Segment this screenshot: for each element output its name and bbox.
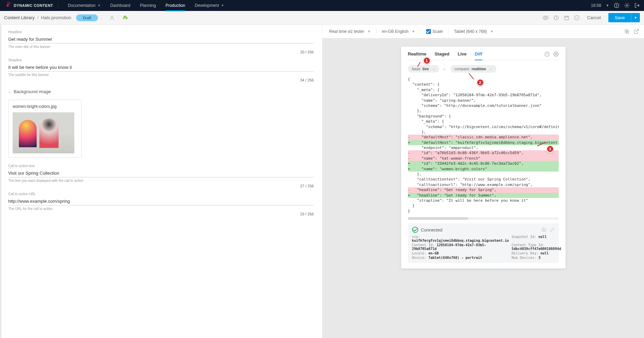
headline-help: The main title of this banner	[8, 45, 314, 49]
strapline-count: 34 / 256	[8, 78, 314, 82]
topbar: DYNAMIC CONTENT Documentation▼ Dashboard…	[0, 0, 644, 11]
image-thumbnail	[13, 112, 74, 153]
checkbox-icon	[426, 29, 431, 34]
chevron-down-icon: ▼	[490, 30, 493, 33]
image-filename: women-bright-colors.jpg	[13, 104, 77, 109]
help-icon[interactable]	[544, 51, 550, 58]
nav-production[interactable]: Production	[161, 0, 190, 11]
strapline-label: Strapline	[8, 58, 314, 62]
chevron-down-icon: ▼	[98, 4, 101, 7]
diff-output: { "content": { "_meta": { "deliveryId": …	[408, 77, 559, 214]
base-selector[interactable]: base: live ⌄	[408, 65, 439, 73]
horizontal-scrollbar[interactable]	[408, 217, 559, 220]
viz-selector[interactable]: Real time viz tester▼	[327, 29, 373, 34]
device-selector[interactable]: Tablet (640 x 768)▼	[452, 29, 495, 34]
cta-url-help: The URL for the call to action	[8, 207, 314, 211]
status-badge[interactable]: Draft	[76, 14, 98, 21]
chevron-down-icon: ⌄	[8, 90, 11, 93]
chevron-down-icon: ▼	[412, 30, 415, 33]
connected-label: Connected	[421, 227, 443, 233]
image-card[interactable]: women-bright-colors.jpg	[8, 100, 82, 158]
divider	[58, 2, 58, 9]
cta-text-count: 27 / 256	[8, 184, 314, 188]
compare-selector[interactable]: compare: realtime ⌄	[450, 65, 496, 73]
background-image-label: Background image	[14, 89, 51, 94]
copy-icon[interactable]	[624, 29, 630, 34]
cta-url-input[interactable]	[8, 197, 314, 205]
nav-dashboard[interactable]: Dashboard	[106, 0, 135, 11]
strapline-help: The subtitle for this banner	[8, 73, 314, 77]
svg-point-3	[626, 5, 628, 6]
locale-selector[interactable]: en-GB English▼	[380, 29, 417, 34]
callout-1: 1	[423, 57, 431, 64]
strapline-input[interactable]	[8, 63, 314, 72]
background-image-header[interactable]: ⌄ Background image	[4, 86, 318, 97]
svg-point-11	[555, 53, 557, 55]
cta-text-help: The text you want displayed with the cal…	[8, 179, 314, 183]
settings-icon[interactable]	[624, 3, 630, 8]
callout-2: 2	[476, 79, 484, 86]
cta-text-label: Call to action text	[8, 164, 314, 168]
logo-icon	[4, 2, 11, 9]
save-dropdown-button[interactable]: ▼	[631, 13, 640, 22]
subheader: Content Library / Hats promotion Draft C…	[0, 11, 644, 25]
clock-time: 16:56	[591, 3, 601, 8]
info-icon[interactable]	[574, 15, 580, 21]
nav-planning[interactable]: Planning	[135, 0, 161, 11]
viz-tabs: Realtime Staged Live Diff	[408, 51, 559, 60]
cta-url-label: Call to action URL	[8, 192, 314, 196]
save-button[interactable]: Save	[608, 13, 631, 22]
chevron-down-icon[interactable]: ▼	[606, 4, 609, 7]
person-icon[interactable]	[109, 15, 115, 21]
svg-point-10	[545, 52, 549, 56]
breadcrumb-leaf: Hats promotion	[41, 15, 71, 20]
preview-toolbar: Real time viz tester▼ en-GB English▼ Sca…	[322, 25, 644, 38]
tab-live[interactable]: Live	[458, 51, 467, 58]
external-link-icon[interactable]	[634, 29, 639, 34]
chevron-down-icon: ▼	[368, 30, 371, 33]
cancel-button[interactable]: Cancel	[587, 15, 601, 20]
svg-point-0	[7, 5, 8, 6]
scale-toggle[interactable]: Scale	[424, 29, 445, 34]
nav-documentation[interactable]: Documentation▼	[63, 0, 106, 11]
arrow-left-icon: ←	[443, 66, 447, 72]
preview-panel: Real time viz tester▼ en-GB English▼ Sca…	[322, 25, 644, 338]
viz-tester-card: 1 2 3 Realtime Staged Live Diff	[401, 47, 566, 268]
save-icon[interactable]	[542, 227, 546, 232]
ok-check-icon	[412, 227, 418, 233]
edit-icon[interactable]	[550, 227, 555, 232]
gear-icon[interactable]	[553, 51, 559, 58]
cta-url-count: 29 / 256	[8, 212, 314, 216]
logo: DYNAMIC CONTENT	[4, 2, 53, 9]
history-icon[interactable]	[554, 15, 559, 21]
chevron-down-icon: ⌄	[490, 67, 492, 71]
tab-realtime[interactable]: Realtime	[408, 51, 426, 58]
eye-icon[interactable]	[543, 15, 549, 21]
calendar-icon[interactable]	[564, 15, 569, 21]
svg-point-4	[111, 16, 113, 17]
tab-staged[interactable]: Staged	[435, 51, 449, 58]
connected-panel: Connected vse: kuifkfmrgfsv1qjsmei8dbbnq…	[408, 223, 559, 263]
nav-development[interactable]: Development▼	[190, 0, 229, 11]
help-icon[interactable]	[614, 3, 619, 8]
svg-point-5	[545, 17, 547, 18]
chevron-down-icon: ▼	[221, 4, 224, 7]
main-nav: Documentation▼ Dashboard Planning Produc…	[63, 0, 229, 11]
brand-text: DYNAMIC CONTENT	[14, 3, 53, 8]
headline-input[interactable]	[8, 35, 314, 43]
cloud-sync-icon[interactable]	[122, 15, 128, 20]
callout-3: 3	[546, 145, 554, 153]
chevron-down-icon: ⌄	[432, 67, 435, 71]
svg-point-2	[617, 7, 617, 7]
breadcrumb: Content Library / Hats promotion	[4, 15, 71, 20]
cta-text-input[interactable]	[8, 169, 314, 177]
tab-diff[interactable]: Diff	[475, 51, 482, 60]
logout-icon[interactable]	[634, 3, 640, 8]
form-panel: Headline The main title of this banner 2…	[0, 25, 322, 338]
breadcrumb-root[interactable]: Content Library	[4, 15, 35, 20]
headline-label: Headline	[8, 30, 314, 34]
headline-count: 20 / 256	[8, 50, 314, 54]
svg-rect-6	[565, 16, 569, 20]
